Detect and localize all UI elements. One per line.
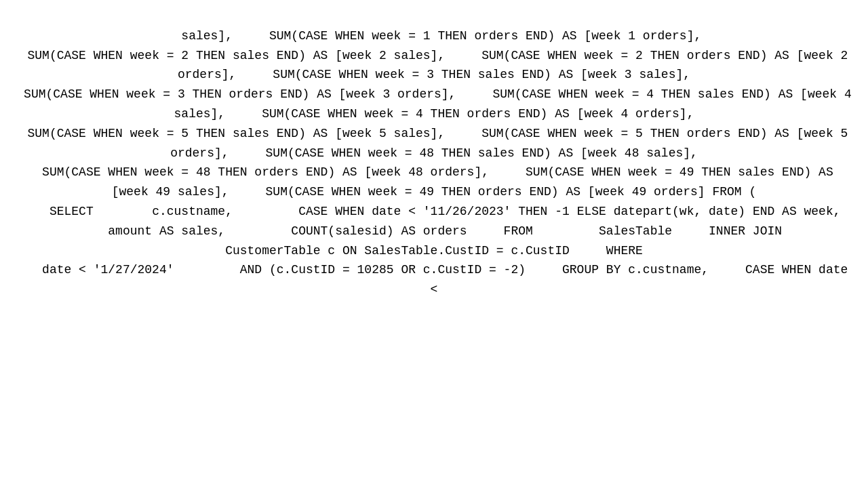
code-text: sales], SUM(CASE WHEN week = 1 THEN orde… (16, 29, 859, 296)
sql-code-block: sales], SUM(CASE WHEN week = 1 THEN orde… (0, 0, 868, 306)
